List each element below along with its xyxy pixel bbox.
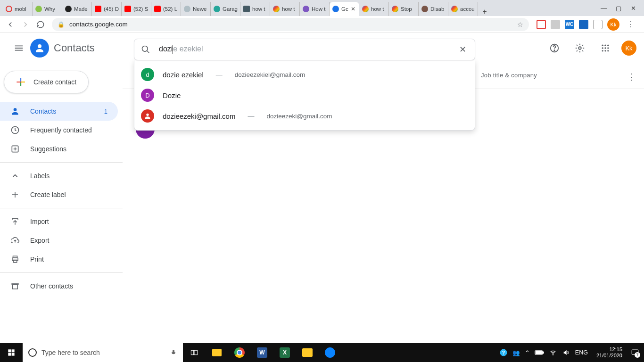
sidebar-other-contacts[interactable]: Other contacts	[0, 277, 118, 296]
browser-tab[interactable]: (45) D	[92, 2, 122, 16]
svg-point-14	[607, 50, 609, 51]
browser-tab-active[interactable]: Gc✕	[330, 2, 359, 16]
plus-icon	[10, 190, 20, 199]
browser-tab[interactable]: Why	[33, 2, 62, 16]
extension-icon[interactable]	[551, 20, 560, 29]
browser-tab[interactable]: how t	[270, 2, 300, 16]
bookmark-star-icon[interactable]: ☆	[517, 21, 523, 28]
file-explorer-icon[interactable]	[296, 343, 319, 362]
svg-point-1	[142, 46, 148, 52]
window-maximize-icon[interactable]: ▢	[616, 5, 622, 12]
account-avatar[interactable]: Kk	[621, 41, 636, 56]
sidebar-print[interactable]: Print	[0, 250, 118, 269]
suggestion-name: dozieezeki@gmail.com	[163, 112, 235, 120]
create-contact-button[interactable]: Create contact	[4, 71, 89, 93]
wifi-icon[interactable]	[549, 349, 557, 356]
people-tray-icon[interactable]: 👥	[512, 349, 520, 356]
extension-icon[interactable]	[593, 20, 603, 29]
sidebar-item-frequent[interactable]: Frequently contacted	[0, 121, 118, 140]
chevron-up-icon	[10, 172, 20, 180]
address-bar[interactable]: 🔒 contacts.google.com ☆	[52, 18, 529, 31]
app-header: Contacts dozie ezekiel ✕ d dozie ezekiel…	[0, 33, 644, 63]
more-options-icon[interactable]: ⋮	[627, 72, 636, 82]
browser-tab[interactable]: how t	[359, 2, 389, 16]
new-tab-button[interactable]: +	[478, 8, 491, 16]
app-title: Contacts	[54, 42, 95, 54]
browser-tab[interactable]: Stop	[389, 2, 419, 16]
browser-tab[interactable]: Garag	[211, 2, 240, 16]
thunderbird-icon[interactable]	[319, 343, 341, 362]
archive-icon	[10, 282, 20, 290]
sidebar-import[interactable]: Import	[0, 212, 118, 231]
suggestion-row[interactable]: D Dozie	[134, 85, 475, 106]
settings-button[interactable]	[570, 39, 589, 58]
language-indicator[interactable]: ENG	[575, 349, 588, 356]
battery-icon[interactable]	[535, 350, 544, 355]
taskbar-search[interactable]: Type here to search	[23, 343, 183, 362]
search-icon	[141, 45, 150, 54]
svg-text:?: ?	[502, 350, 505, 355]
browser-tab[interactable]: Made	[62, 2, 92, 16]
browser-toolbar: 🔒 contacts.google.com ☆ WC Kk ⋮	[0, 16, 644, 33]
sidebar-item-suggestions[interactable]: Suggestions	[0, 140, 118, 158]
contacts-logo-icon	[30, 39, 49, 58]
sidebar: Create contact Contacts 1 Frequently con…	[0, 63, 123, 344]
svg-point-15	[14, 108, 17, 111]
extension-icons: WC Kk ⋮	[534, 18, 640, 31]
plus-icon	[15, 76, 27, 88]
taskbar-clock[interactable]: 12:15 21/01/2020	[593, 346, 626, 359]
browser-tab[interactable]: (52) L	[151, 2, 181, 16]
browser-tab[interactable]: mobl	[3, 2, 33, 16]
word-icon[interactable]: W	[251, 343, 273, 362]
help-button[interactable]	[545, 39, 564, 58]
main-menu-button[interactable]	[8, 37, 30, 59]
svg-point-2	[146, 114, 149, 116]
suggestion-row[interactable]: d dozie ezekiel — dozieezekiel@gmail.com	[134, 64, 475, 85]
suggestion-row[interactable]: dozieezeki@gmail.com — dozieezeki@gmail.…	[134, 106, 475, 126]
search-box[interactable]: dozie ezekiel ✕	[134, 39, 475, 60]
browser-tab[interactable]: How t	[300, 2, 330, 16]
history-icon	[10, 125, 20, 135]
excel-icon[interactable]: X	[273, 343, 296, 362]
suggestion-icon	[10, 144, 20, 154]
close-icon[interactable]: ✕	[351, 6, 355, 12]
clear-search-button[interactable]: ✕	[457, 42, 468, 57]
explorer-icon[interactable]	[206, 343, 228, 362]
window-close-icon[interactable]: ✕	[631, 5, 637, 12]
tray-chevron-icon[interactable]: ⌃	[525, 349, 530, 356]
volume-icon[interactable]	[562, 349, 570, 356]
contact-avatar	[141, 109, 154, 123]
mic-icon[interactable]	[170, 349, 177, 356]
browser-tab[interactable]: how t	[240, 2, 270, 16]
notifications-icon[interactable]: 7	[631, 348, 639, 357]
sidebar-item-contacts[interactable]: Contacts 1	[0, 102, 118, 121]
browser-tab[interactable]: (52) S	[122, 2, 151, 16]
chrome-icon[interactable]	[228, 343, 251, 362]
search-input[interactable]: dozie ezekiel	[159, 45, 457, 54]
extension-icon[interactable]	[537, 20, 546, 29]
chrome-menu-icon[interactable]: ⋮	[624, 20, 637, 29]
browser-tab[interactable]: Newe	[181, 2, 211, 16]
reload-button[interactable]	[34, 18, 47, 31]
browser-profile-avatar[interactable]: Kk	[607, 18, 619, 31]
import-icon	[10, 217, 20, 226]
google-apps-button[interactable]	[596, 39, 615, 58]
start-button[interactable]	[0, 343, 23, 362]
sidebar-export[interactable]: Export	[0, 231, 118, 250]
windows-taskbar: Type here to search W X ? 👥 ⌃ ENG 12:15 …	[0, 343, 644, 362]
help-tray-icon[interactable]: ?	[499, 348, 508, 357]
sidebar-labels-header[interactable]: Labels	[0, 166, 118, 185]
browser-tab[interactable]: Disab	[419, 2, 448, 16]
task-view-icon[interactable]	[183, 343, 206, 362]
extension-icon[interactable]	[579, 20, 588, 29]
sidebar-create-label[interactable]: Create label	[0, 185, 118, 204]
back-button[interactable]	[4, 18, 17, 31]
window-minimize-icon[interactable]: —	[601, 5, 607, 12]
browser-tab-strip: mobl Why Made (45) D (52) S (52) L Newe …	[0, 0, 644, 16]
url-text: contacts.google.com	[69, 21, 128, 28]
svg-point-4	[554, 50, 554, 50]
browser-tab[interactable]: accou	[448, 2, 478, 16]
svg-rect-23	[8, 349, 11, 352]
extension-icon[interactable]: WC	[565, 20, 574, 29]
forward-button[interactable]	[19, 18, 32, 31]
